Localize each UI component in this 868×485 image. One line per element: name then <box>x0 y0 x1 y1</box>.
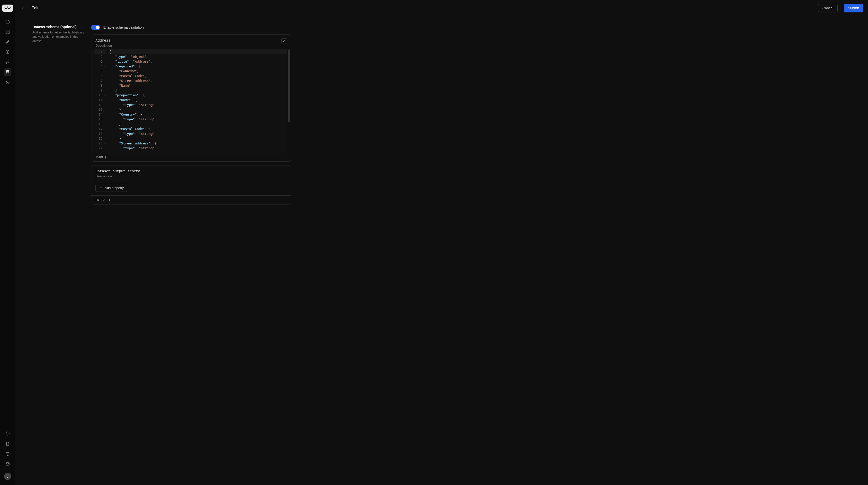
code-line[interactable]: "required": [ <box>109 64 287 69</box>
add-property-label: Add property <box>105 186 124 190</box>
home-icon[interactable] <box>4 18 11 25</box>
svg-rect-2 <box>6 32 7 33</box>
svg-point-6 <box>7 82 7 83</box>
gutter-line: 17⌄ <box>94 126 106 131</box>
chat-icon[interactable] <box>4 79 11 86</box>
output-schema-description-input[interactable] <box>95 174 287 178</box>
fold-chevron-icon[interactable]: ⌄ <box>103 93 105 97</box>
code-line[interactable]: "Street address", <box>109 78 287 83</box>
submit-button[interactable]: Submit <box>844 4 863 12</box>
output-schema-title-input[interactable] <box>95 169 287 173</box>
svg-point-5 <box>6 70 9 72</box>
schema-footer-label[interactable]: JSON <box>95 155 103 159</box>
code-line[interactable]: }, <box>109 122 287 126</box>
sidebar: L <box>0 0 15 485</box>
gutter-line: 4⌄ <box>94 64 106 69</box>
add-property-button[interactable]: Add property <box>95 184 127 192</box>
code-line[interactable]: "type": "object", <box>109 54 287 59</box>
fold-chevron-icon[interactable]: ⌄ <box>103 50 105 54</box>
code-line[interactable]: "Country", <box>109 69 287 74</box>
schema-description-input[interactable] <box>95 44 279 47</box>
code-line[interactable]: "Postal Code": { <box>109 126 287 131</box>
code-line[interactable]: "Postal Code", <box>109 74 287 78</box>
gutter-line: 10⌄ <box>94 93 106 97</box>
gutter-line: 1⌄ <box>94 50 106 54</box>
gutter-line: 18 <box>94 131 106 136</box>
gutter-line: 13 <box>94 107 106 112</box>
svg-point-9 <box>7 433 8 434</box>
datasets-icon[interactable] <box>4 68 11 76</box>
code-line[interactable]: { <box>109 50 287 54</box>
gutter-line: 3 <box>94 59 106 64</box>
svg-point-8 <box>8 82 8 83</box>
svg-rect-3 <box>8 32 9 33</box>
gutter-line: 19 <box>94 136 106 141</box>
gutter-line: 21 <box>94 146 106 150</box>
gutter-line: 14⌄ <box>94 112 106 117</box>
gutter-line: 9 <box>94 88 106 93</box>
app-logo[interactable] <box>2 5 13 12</box>
code-editor[interactable]: 1⌄234⌄5678910⌄11⌄121314⌄151617⌄181920⌄21… <box>91 50 291 153</box>
edit-icon[interactable] <box>4 38 11 46</box>
code-line[interactable]: "Name": { <box>109 97 287 103</box>
enable-validation-toggle[interactable] <box>91 25 100 30</box>
gutter-line: 16 <box>94 122 106 126</box>
sort-icon[interactable]: ▲▼ <box>104 155 107 159</box>
code-line[interactable]: ], <box>109 88 287 93</box>
output-schema-box: Add property EDITOR ▲▼ <box>91 165 291 204</box>
svg-rect-0 <box>6 30 7 31</box>
code-line[interactable]: "Country": { <box>109 112 287 117</box>
grid-icon[interactable] <box>4 28 11 35</box>
editor-scrollbar[interactable] <box>287 50 291 153</box>
gutter-line: 5 <box>94 69 106 74</box>
globe-icon[interactable] <box>4 450 11 458</box>
gutter-line: 8 <box>94 83 106 88</box>
code-line[interactable]: "type": "string" <box>109 131 287 136</box>
sort-icon[interactable]: ▲▼ <box>108 198 111 201</box>
fold-chevron-icon[interactable]: ⌄ <box>103 64 105 69</box>
gutter-line: 15 <box>94 117 106 122</box>
svg-point-4 <box>6 50 9 54</box>
code-line[interactable]: "type": "string" <box>109 103 287 107</box>
copy-schema-button[interactable] <box>281 38 287 44</box>
code-line[interactable]: "Name" <box>109 83 287 88</box>
fold-chevron-icon[interactable]: ⌄ <box>103 126 105 131</box>
code-line[interactable]: "Street address": { <box>109 141 287 146</box>
code-line[interactable]: }, <box>109 107 287 112</box>
document-icon[interactable] <box>4 440 11 448</box>
svg-rect-12 <box>284 40 285 42</box>
svg-point-7 <box>7 82 8 83</box>
code-line[interactable]: }, <box>109 136 287 141</box>
back-button[interactable] <box>20 5 27 12</box>
page-title: Edit <box>31 6 38 10</box>
gutter-line: 6 <box>94 74 106 78</box>
input-schema-box: 1⌄234⌄5678910⌄11⌄121314⌄151617⌄181920⌄21… <box>91 34 291 162</box>
output-schema-footer-label[interactable]: EDITOR <box>95 198 106 202</box>
topbar: Edit Cancel Submit <box>15 0 868 16</box>
schema-title-input[interactable] <box>95 38 279 42</box>
rocket-icon[interactable] <box>4 58 11 66</box>
code-line[interactable]: "title": "Address", <box>109 59 287 64</box>
cancel-button[interactable]: Cancel <box>818 4 838 12</box>
gutter-line: 7 <box>94 78 106 83</box>
mail-icon[interactable] <box>4 460 11 468</box>
gutter-line: 20⌄ <box>94 141 106 146</box>
gutter-line: 2 <box>94 54 106 59</box>
svg-rect-1 <box>8 30 9 31</box>
section-heading: Dataset schema (optional) <box>32 25 85 29</box>
gutter-line: 12 <box>94 103 106 107</box>
toggle-label: Enable schema validation <box>103 25 144 29</box>
section-description: Add schema to get syntax highlighting an… <box>32 30 85 43</box>
code-line[interactable]: "properties": { <box>109 93 287 97</box>
fold-chevron-icon[interactable]: ⌄ <box>103 141 105 146</box>
code-line[interactable]: "type": "string" <box>109 117 287 122</box>
code-line[interactable]: "type": "string" <box>109 146 287 150</box>
settings-icon[interactable] <box>4 430 11 437</box>
gutter-line: 11⌄ <box>94 97 106 103</box>
play-icon[interactable] <box>4 48 11 56</box>
fold-chevron-icon[interactable]: ⌄ <box>103 112 105 117</box>
avatar[interactable]: L <box>4 473 11 480</box>
fold-chevron-icon[interactable]: ⌄ <box>103 97 105 103</box>
